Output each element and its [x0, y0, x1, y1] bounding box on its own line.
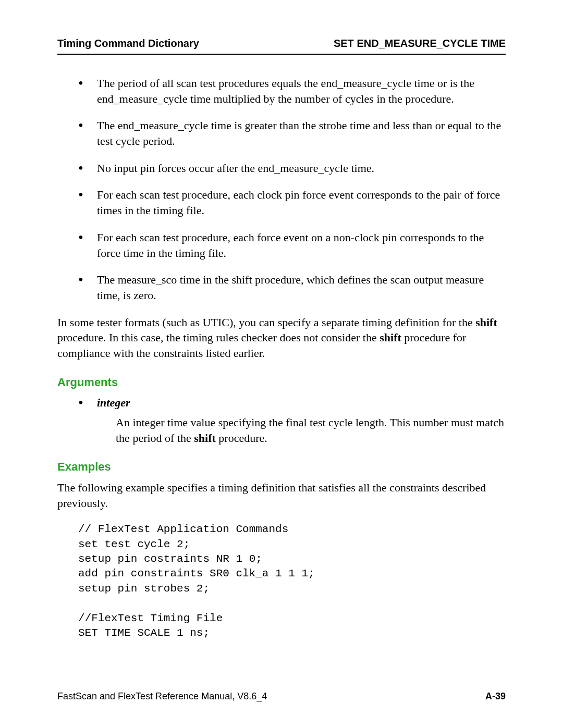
- list-item: For each scan test procedure, each force…: [78, 230, 506, 261]
- code-block: // FlexTest Application Commands set tes…: [78, 522, 506, 640]
- text-fragment: procedure.: [216, 431, 267, 445]
- page-footer: FastScan and FlexTest Reference Manual, …: [57, 691, 506, 702]
- header-left: Timing Command Dictionary: [57, 38, 199, 50]
- list-item: The measure_sco time in the shift proced…: [78, 272, 506, 303]
- arguments-heading: Arguments: [57, 375, 506, 390]
- text-fragment: procedure. In this case, the timing rule…: [57, 331, 380, 344]
- footer-right: A-39: [485, 691, 506, 702]
- bold-shift: shift: [380, 331, 401, 344]
- header-right: SET END_MEASURE_CYCLE TIME: [334, 38, 506, 50]
- list-item: The period of all scan test procedures e…: [78, 76, 506, 106]
- page-body: The period of all scan test procedures e…: [57, 76, 506, 640]
- argument-term: integer: [97, 396, 130, 409]
- constraints-list: The period of all scan test procedures e…: [78, 76, 506, 303]
- bold-shift: shift: [475, 316, 497, 329]
- text-fragment: An integer time value specifying the fin…: [116, 416, 504, 445]
- list-item: No input pin forces occur after the end_…: [78, 161, 506, 176]
- examples-heading: Examples: [57, 459, 506, 475]
- argument-description: An integer time value specifying the fin…: [116, 415, 506, 446]
- bold-shift: shift: [194, 431, 216, 445]
- footer-left: FastScan and FlexTest Reference Manual, …: [57, 691, 267, 702]
- list-item: The end_measure_cycle time is greater th…: [78, 118, 506, 149]
- argument-item: integer An integer time value specifying…: [78, 395, 506, 446]
- after-bullets-paragraph: In some tester formats (such as UTIC), y…: [57, 315, 506, 361]
- arguments-list: integer An integer time value specifying…: [78, 395, 506, 446]
- page-header: Timing Command Dictionary SET END_MEASUR…: [57, 38, 506, 55]
- examples-intro: The following example specifies a timing…: [57, 480, 506, 511]
- page: Timing Command Dictionary SET END_MEASUR…: [0, 0, 563, 728]
- list-item: For each scan test procedure, each clock…: [78, 187, 506, 218]
- text-fragment: In some tester formats (such as UTIC), y…: [57, 316, 475, 329]
